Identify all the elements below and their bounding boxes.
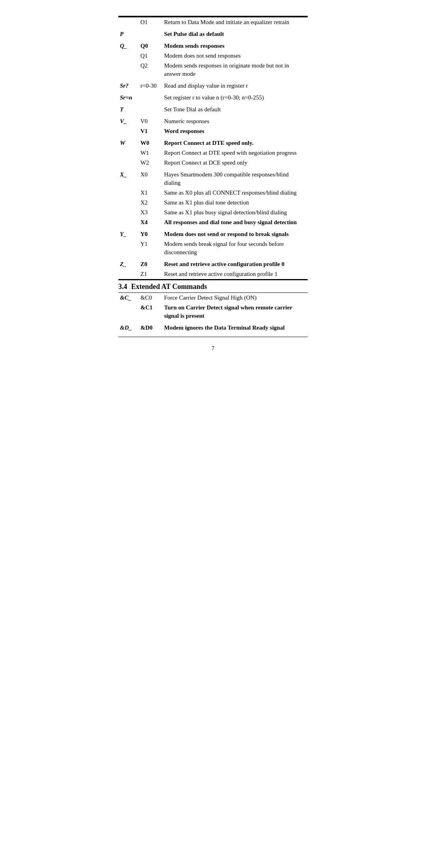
table-row: V_V0Numeric responses (118, 114, 308, 126)
table-row: O1Return to Data Mode and initiate an eq… (118, 17, 308, 27)
command-main: W (118, 136, 139, 148)
table-row: Sr?r=0-30Read and display value in regis… (118, 79, 308, 91)
command-sub: Z0 (139, 257, 163, 269)
command-desc: Same as X1 plus busy signal detection/bl… (163, 208, 308, 217)
command-desc: Set register r to value n (r=0-30; n=0-2… (163, 91, 308, 103)
command-sub: X3 (139, 208, 163, 217)
command-desc: Return to Data Mode and initiate an equa… (163, 17, 308, 27)
command-main: Sr=n (118, 91, 139, 103)
table-row: &D_&D0Modem ignores the Data Terminal Re… (118, 321, 308, 333)
command-main (118, 51, 139, 61)
command-desc: Modem does not send responses (163, 51, 308, 61)
command-desc: Report Connect at DTE speed only. (163, 136, 308, 148)
command-sub: V0 (139, 114, 163, 126)
command-main (118, 148, 139, 158)
command-sub: Y0 (139, 227, 163, 239)
command-main: T (118, 103, 139, 114)
command-main (118, 158, 139, 168)
command-sub (139, 103, 163, 114)
command-desc: Read and display value in register r (163, 79, 308, 91)
command-desc: Set Tone Dial as default (163, 103, 308, 114)
table-row: &C1Turn on Carrier Detect signal when re… (118, 303, 308, 321)
command-desc: Same as X1 plus dial tone detection (163, 198, 308, 208)
table-row: Q_Q0Modem sends responses (118, 39, 308, 51)
table-row: W1Report Connect at DTE speed with negot… (118, 148, 308, 158)
command-desc: Modem ignores the Data Terminal Ready si… (163, 321, 308, 333)
page-number: 7 (118, 345, 308, 352)
command-sub (139, 91, 163, 103)
table-row: Q2Modem sends responses in originate mod… (118, 61, 308, 79)
command-sub: X4 (139, 217, 163, 227)
table-row: &C_&C0Force Carrier Detect Signal High (… (118, 293, 308, 303)
table-row: X_X0Hayes Smartmodem 300 compatible resp… (118, 168, 308, 188)
command-main: Z_ (118, 257, 139, 269)
command-desc: Numeric responses (163, 114, 308, 126)
table-row: X2Same as X1 plus dial tone detection (118, 198, 308, 208)
table-row: X1Same as X0 plus all CONNECT responses/… (118, 188, 308, 198)
command-sub: W1 (139, 148, 163, 158)
command-main (118, 217, 139, 227)
command-main: X_ (118, 168, 139, 188)
table-row: Z1Reset and retrieve active configuratio… (118, 269, 308, 279)
command-main: &C_ (118, 293, 139, 303)
command-desc: Set Pulse dial as default (163, 27, 308, 39)
section-title: Extended AT Commands (131, 283, 207, 291)
command-sub: V1 (139, 126, 163, 136)
table-row: Z_Z0Reset and retrieve active configurat… (118, 257, 308, 269)
command-main (118, 188, 139, 198)
command-desc: Force Carrier Detect Signal High (ON) (163, 293, 308, 303)
command-sub: X0 (139, 168, 163, 188)
section-number: 3.4 (118, 283, 127, 291)
command-desc: Reset and retrieve active configuration … (163, 269, 308, 279)
table-row: W2Report Connect at DCE speed only (118, 158, 308, 168)
command-sub: Q2 (139, 61, 163, 79)
table-row: TSet Tone Dial as default (118, 103, 308, 114)
command-main (118, 239, 139, 257)
command-sub (139, 27, 163, 39)
command-main (118, 126, 139, 136)
command-desc: Word responses (163, 126, 308, 136)
command-desc: Reset and retrieve active configuration … (163, 257, 308, 269)
table-row: PSet Pulse dial as default (118, 27, 308, 39)
command-sub: O1 (139, 17, 163, 27)
command-sub: r=0-30 (139, 79, 163, 91)
command-main (118, 61, 139, 79)
command-sub: X2 (139, 198, 163, 208)
command-desc: Modem does not send or respond to break … (163, 227, 308, 239)
command-main (118, 269, 139, 279)
command-desc: Same as X0 plus all CONNECT responses/bl… (163, 188, 308, 198)
command-sub: Q1 (139, 51, 163, 61)
command-sub: &C1 (139, 303, 163, 321)
command-main: Sr? (118, 79, 139, 91)
bottom-divider (118, 337, 308, 337)
command-main (118, 198, 139, 208)
command-desc: Modem sends responses (163, 39, 308, 51)
command-main (118, 17, 139, 27)
table-row: Y_Y0Modem does not send or respond to br… (118, 227, 308, 239)
command-sub: Y1 (139, 239, 163, 257)
command-desc: Turn on Carrier Detect signal when remot… (163, 303, 308, 321)
table-row: Sr=nSet register r to value n (r=0-30; n… (118, 91, 308, 103)
table-row: Q1Modem does not send responses (118, 51, 308, 61)
command-desc: Modem sends break signal for four second… (163, 239, 308, 257)
command-sub: Q0 (139, 39, 163, 51)
command-main: Q_ (118, 39, 139, 51)
command-desc: Report Connect at DTE speed with negotia… (163, 148, 308, 158)
command-desc: All responses and dial tone and busy sig… (163, 217, 308, 227)
command-main: V_ (118, 114, 139, 126)
command-main (118, 303, 139, 321)
table-row: V1Word responses (118, 126, 308, 136)
command-desc: Report Connect at DCE speed only (163, 158, 308, 168)
command-sub: W2 (139, 158, 163, 168)
command-sub: X1 (139, 188, 163, 198)
table-row: Y1Modem sends break signal for four seco… (118, 239, 308, 257)
command-desc: Modem sends responses in originate mode … (163, 61, 308, 79)
table-row: X3Same as X1 plus busy signal detection/… (118, 208, 308, 217)
table-row: X4All responses and dial tone and busy s… (118, 217, 308, 227)
extended-command-table: &C_&C0Force Carrier Detect Signal High (… (118, 293, 308, 333)
command-main: Y_ (118, 227, 139, 239)
command-main: &D_ (118, 321, 139, 333)
command-sub: W0 (139, 136, 163, 148)
table-row: WW0Report Connect at DTE speed only. (118, 136, 308, 148)
command-sub: &C0 (139, 293, 163, 303)
